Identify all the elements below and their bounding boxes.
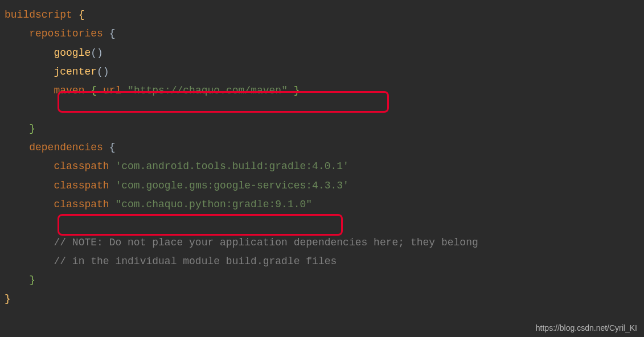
kw-buildscript: buildscript: [5, 9, 72, 20]
brace-open: {: [109, 28, 116, 39]
brace-open: {: [109, 142, 116, 153]
string-gradle-dep: 'com.android.tools.build:gradle:4.0.1': [115, 161, 348, 172]
fn-google: google: [54, 47, 91, 59]
comment-line-1: // NOTE: Do not place your application d…: [54, 237, 478, 248]
kw-url: url: [103, 85, 121, 96]
string-chaquo-dep: "com.chaquo.python:gradle:9.1.0": [115, 199, 312, 210]
kw-classpath: classpath: [54, 161, 109, 172]
brace-close: }: [29, 274, 35, 286]
brace-close: }: [29, 123, 35, 134]
kw-classpath: classpath: [54, 199, 109, 210]
comment-line-2: // in the individual module build.gradle…: [54, 256, 337, 267]
kw-classpath: classpath: [54, 180, 109, 191]
brace-open: {: [91, 85, 97, 96]
brace-close: }: [5, 293, 11, 305]
kw-repositories: repositories: [29, 28, 103, 39]
brace-close: }: [294, 85, 300, 96]
kw-dependencies: dependencies: [29, 142, 103, 153]
paren: (): [91, 47, 103, 59]
kw-maven: maven: [54, 85, 84, 96]
code-block: buildscript { repositories { google() jc…: [0, 0, 644, 315]
string-maven-url: "https://chaquo.com/maven": [128, 85, 288, 96]
brace-open: {: [79, 9, 85, 20]
watermark-text: https://blog.csdn.net/Cyril_KI: [536, 323, 637, 332]
paren: (): [97, 66, 109, 77]
string-gms-dep: 'com.google.gms:google-services:4.3.3': [115, 180, 348, 191]
fn-jcenter: jcenter: [54, 66, 97, 77]
